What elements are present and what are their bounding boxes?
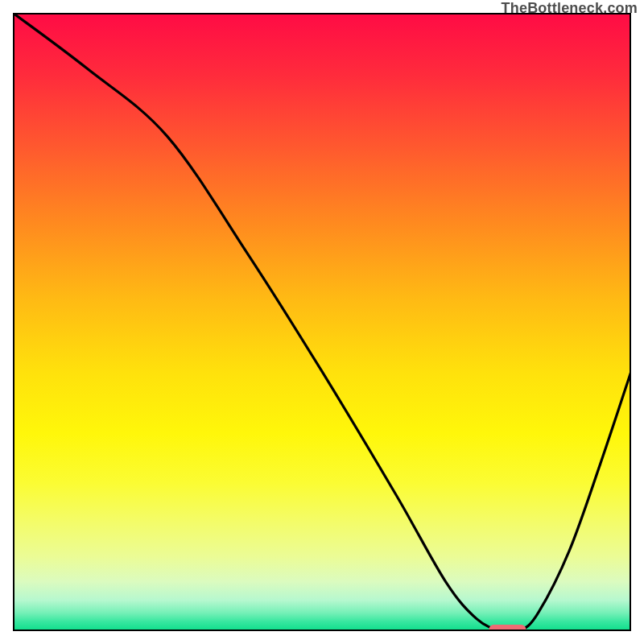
chart-canvas: TheBottleneck.com — [0, 0, 644, 644]
watermark-text: TheBottleneck.com — [502, 0, 638, 17]
optimal-zone-marker — [489, 625, 526, 631]
bottleneck-curve — [13, 13, 631, 631]
optimal-zone-pill — [489, 625, 526, 631]
chart-overlay — [13, 13, 631, 631]
bottleneck-curve-path — [13, 13, 631, 631]
